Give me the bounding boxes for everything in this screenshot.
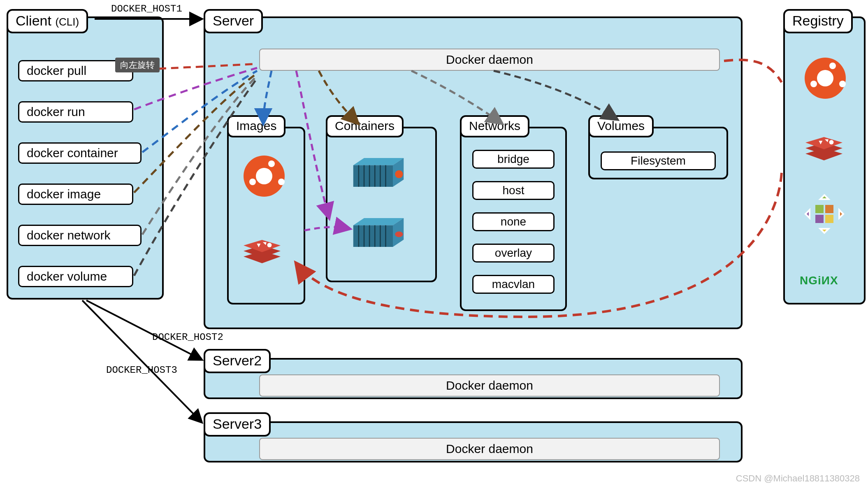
images-box — [227, 127, 305, 304]
containers-title: Containers — [326, 115, 404, 137]
network-bridge: bridge — [472, 150, 555, 169]
svg-point-25 — [829, 140, 834, 144]
svg-rect-29 — [825, 215, 833, 223]
ubuntu-icon — [244, 156, 285, 197]
client-title-text: Client — [16, 13, 51, 28]
redis-icon — [239, 229, 285, 267]
server2-daemon: Docker daemon — [259, 374, 720, 397]
server3-daemon: Docker daemon — [259, 438, 720, 460]
server-daemon: Docker daemon — [259, 49, 720, 71]
svg-line-32 — [82, 300, 202, 422]
edge-host1-label: DOCKER_HOST1 — [111, 3, 182, 14]
cmd-docker-volume: docker volume — [18, 266, 133, 287]
client-subtitle: (CLI) — [55, 16, 79, 28]
volume-filesystem: Filesystem — [601, 151, 716, 170]
server2-title: Server2 — [204, 349, 271, 373]
svg-rect-26 — [815, 205, 824, 213]
server3-title: Server3 — [204, 412, 271, 437]
network-none: none — [472, 212, 555, 231]
network-host: host — [472, 181, 555, 200]
network-overlay: overlay — [472, 244, 555, 263]
container-redis-icon — [350, 214, 407, 253]
svg-point-22 — [395, 231, 403, 237]
svg-rect-27 — [825, 205, 833, 213]
registry-ubuntu-icon — [805, 58, 846, 99]
edge-host3-label: DOCKER_HOST3 — [106, 365, 177, 376]
svg-point-2 — [267, 243, 272, 247]
client-title: Client (CLI) — [7, 9, 88, 33]
registry-redis-icon — [801, 126, 847, 165]
server-title: Server — [204, 9, 263, 33]
cmd-docker-image: docker image — [18, 184, 133, 205]
registry-centos-icon — [804, 193, 845, 236]
watermark: CSDN @Michael18811380328 — [736, 473, 860, 484]
cmd-docker-container: docker container — [18, 142, 142, 164]
cmd-docker-run: docker run — [18, 101, 133, 123]
rotate-left-tooltip: 向左旋转 — [115, 58, 160, 72]
images-title: Images — [227, 115, 285, 137]
volumes-title: Volumes — [588, 115, 654, 137]
svg-rect-28 — [815, 215, 824, 223]
svg-point-12 — [395, 170, 403, 178]
cmd-docker-network: docker network — [18, 225, 142, 246]
svg-line-31 — [86, 300, 202, 360]
container-ubuntu-icon — [350, 154, 407, 193]
networks-title: Networks — [460, 115, 529, 137]
containers-box — [326, 127, 437, 282]
registry-title: Registry — [783, 9, 853, 33]
edge-host2-label: DOCKER_HOST2 — [152, 332, 223, 343]
registry-nginx-icon: NGiИX — [800, 274, 838, 287]
network-macvlan: macvlan — [472, 275, 555, 294]
